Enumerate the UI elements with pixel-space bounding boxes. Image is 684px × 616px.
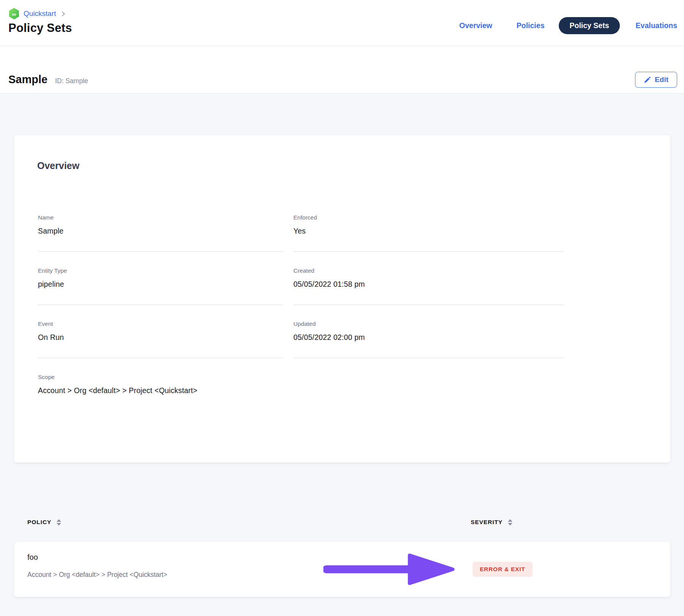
overview-fields: Name Sample Entity Type pipeline Event O… xyxy=(38,214,564,411)
field-scope: Scope Account > Org <default> > Project … xyxy=(38,358,283,411)
policy-set-id: ID: Sample xyxy=(55,77,88,85)
nav-tab-evaluations[interactable]: Evaluations xyxy=(636,21,677,30)
breadcrumb-project-link[interactable]: Quickstart xyxy=(24,9,56,18)
field-updated-label: Updated xyxy=(293,321,564,327)
field-created-value: 05/05/2022 01:58 pm xyxy=(293,280,564,289)
field-scope-value: Account > Org <default> > Project <Quick… xyxy=(38,386,283,395)
overview-heading: Overview xyxy=(37,160,79,171)
field-event-label: Event xyxy=(38,321,283,327)
svg-text:∞: ∞ xyxy=(12,11,16,17)
field-enforced-value: Yes xyxy=(293,227,564,235)
field-entity-type: Entity Type pipeline xyxy=(38,252,283,305)
field-name-label: Name xyxy=(38,214,283,221)
column-header-severity-label: SEVERITY xyxy=(471,519,503,526)
field-scope-label: Scope xyxy=(38,374,283,381)
edit-pencil-icon xyxy=(644,76,651,84)
nav-tab-overview[interactable]: Overview xyxy=(459,21,492,30)
sort-icon[interactable] xyxy=(57,519,61,526)
policy-name: foo xyxy=(27,553,38,562)
overview-fields-left-column: Name Sample Entity Type pipeline Event O… xyxy=(38,214,283,411)
column-header-policy-label: POLICY xyxy=(27,519,51,526)
field-created-label: Created xyxy=(293,267,564,274)
policy-scope: Account > Org <default> > Project <Quick… xyxy=(27,571,167,579)
top-header: ∞ Quickstart Policy Sets Overview Polici… xyxy=(0,0,684,46)
policies-table-header: POLICY SEVERITY xyxy=(0,516,684,532)
field-enforced: Enforced Yes xyxy=(293,214,564,252)
column-header-policy[interactable]: POLICY xyxy=(27,519,61,526)
field-name-value: Sample xyxy=(38,227,283,235)
chevron-right-icon xyxy=(60,11,65,16)
field-name: Name Sample xyxy=(38,214,283,252)
policy-sets-screen: ∞ Quickstart Policy Sets Overview Polici… xyxy=(0,0,684,616)
breadcrumb: ∞ Quickstart xyxy=(8,8,64,20)
field-updated-value: 05/05/2022 02:00 pm xyxy=(293,333,564,342)
entity-title-line: Sample ID: Sample xyxy=(8,73,88,86)
field-event-value: On Run xyxy=(38,333,283,342)
annotation-arrow-icon xyxy=(323,553,456,585)
sort-icon[interactable] xyxy=(508,519,512,526)
overview-fields-right-column: Enforced Yes Created 05/05/2022 01:58 pm… xyxy=(293,214,564,411)
policy-table-row[interactable]: foo Account > Org <default> > Project <Q… xyxy=(14,542,670,597)
field-created: Created 05/05/2022 01:58 pm xyxy=(293,252,564,305)
edit-button-label: Edit xyxy=(655,76,668,84)
severity-badge: ERROR & EXIT xyxy=(473,562,533,577)
top-nav: Overview Policies Policy Sets Evaluation… xyxy=(459,17,677,34)
entity-subheader: Sample ID: Sample Edit xyxy=(0,46,684,93)
column-header-severity[interactable]: SEVERITY xyxy=(471,519,512,526)
field-event: Event On Run xyxy=(38,305,283,358)
nav-tab-policy-sets-active[interactable]: Policy Sets xyxy=(559,17,619,34)
project-icon: ∞ xyxy=(8,8,20,20)
field-enforced-label: Enforced xyxy=(293,214,564,221)
page-title: Policy Sets xyxy=(8,21,72,35)
nav-tab-policies[interactable]: Policies xyxy=(517,21,545,30)
overview-card: Overview Name Sample Entity Type pipelin… xyxy=(14,135,670,463)
edit-button[interactable]: Edit xyxy=(635,72,677,88)
field-entity-type-value: pipeline xyxy=(38,280,283,289)
field-entity-type-label: Entity Type xyxy=(38,267,283,274)
field-updated: Updated 05/05/2022 02:00 pm xyxy=(293,305,564,358)
policy-set-name: Sample xyxy=(8,73,47,86)
